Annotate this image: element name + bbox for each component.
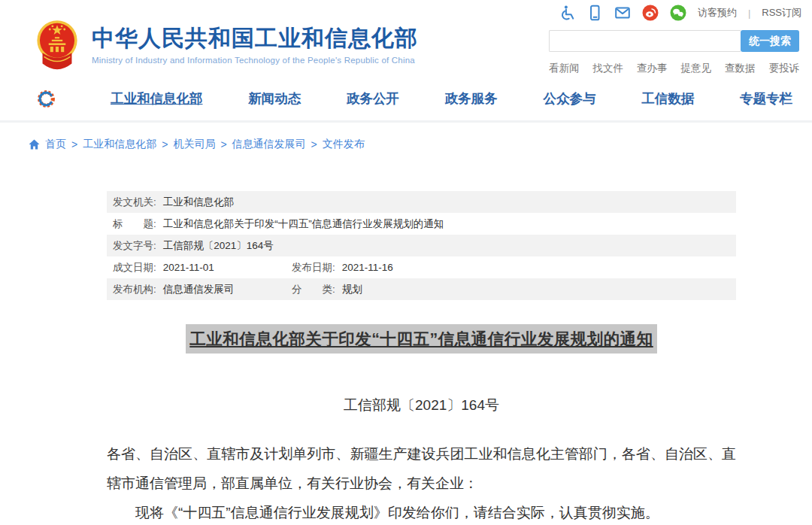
quick-link-complaints[interactable]: 要投诉 xyxy=(769,62,800,75)
meta-label: 成文日期: xyxy=(113,261,156,275)
document-meta-table: 发文机关: 工业和信息化部 标 题: 工业和信息化部关于印发“十四五”信息通信行… xyxy=(107,191,736,300)
meta-label: 发文机关: xyxy=(113,196,156,209)
home-icon xyxy=(29,139,40,150)
site-logo-block: 中华人民共和国工业和信息化部 Ministry of Industry and … xyxy=(36,15,418,78)
breadcrumb-separator: > xyxy=(311,138,317,150)
meta-row-title: 标 题: 工业和信息化部关于印发“十四五”信息通信行业发展规划的通知 xyxy=(107,213,736,235)
meta-value: 工业和信息化部 xyxy=(163,196,235,209)
weibo-icon[interactable] xyxy=(642,5,659,21)
quick-link-files[interactable]: 找文件 xyxy=(593,62,624,75)
nav-item-public-participation[interactable]: 公众参与 xyxy=(544,90,596,108)
nav-item-data[interactable]: 工信数据 xyxy=(641,90,694,108)
meta-value: 工信部规〔2021〕164号 xyxy=(163,239,274,253)
search-quick-links: 看新闻 找文件 查办事 提意见 查数据 要投诉 xyxy=(549,62,799,75)
site-header: 中华人民共和国工业和信息化部 Ministry of Industry and … xyxy=(0,0,812,123)
utility-separator: | xyxy=(748,8,750,19)
mail-icon[interactable] xyxy=(614,5,631,21)
quick-link-services[interactable]: 查办事 xyxy=(637,62,668,75)
article-paragraph: 各省、自治区、直辖市及计划单列市、新疆生产建设兵团工业和信息化主管部门，各省、自… xyxy=(107,439,736,498)
nav-item-miit[interactable]: 工业和信息化部 xyxy=(111,90,203,108)
main-nav: 工业和信息化部 新闻动态 政务公开 政务服务 公众参与 工信数据 专题专栏 xyxy=(0,81,812,116)
header-divider xyxy=(0,120,812,123)
unified-search-button[interactable]: 统一搜索 xyxy=(741,30,799,52)
wechat-icon[interactable] xyxy=(670,5,686,21)
search-input[interactable] xyxy=(549,30,741,52)
search-area: 统一搜索 看新闻 找文件 查办事 提意见 查数据 要投诉 xyxy=(549,30,799,75)
article-content: 发文机关: 工业和信息化部 标 题: 工业和信息化部关于印发“十四五”信息通信行… xyxy=(107,191,736,525)
accessibility-icon[interactable] xyxy=(559,5,575,21)
article-doc-number: 工信部规〔2021〕164号 xyxy=(107,396,736,415)
quick-link-suggestions[interactable]: 提意见 xyxy=(681,62,712,75)
article-title: 工业和信息化部关于印发“十四五”信息通信行业发展规划的通知 xyxy=(186,324,657,354)
meta-label: 发布日期: xyxy=(292,261,335,275)
site-subtitle: Ministry of Industry and Information Tec… xyxy=(92,56,418,65)
meta-value: 工业和信息化部关于印发“十四五”信息通信行业发展规划的通知 xyxy=(163,217,444,231)
meta-row-publisher-category: 发布机构: 信息通信发展司 分 类: 规划 xyxy=(107,278,736,300)
national-emblem-icon xyxy=(36,15,78,78)
article-body: 各省、自治区、直辖市及计划单列市、新疆生产建设兵团工业和信息化主管部门，各省、自… xyxy=(107,439,736,525)
breadcrumb-miit[interactable]: 工业和信息化部 xyxy=(83,138,156,151)
rss-link[interactable]: RSS订阅 xyxy=(762,6,801,20)
nav-item-gov-disclosure[interactable]: 政务公开 xyxy=(347,90,399,108)
meta-value: 信息通信发展司 xyxy=(163,283,235,296)
breadcrumb-home[interactable]: 首页 xyxy=(45,138,66,151)
breadcrumb-separator: > xyxy=(162,138,168,150)
quick-link-news[interactable]: 看新闻 xyxy=(549,62,580,75)
meta-row-issuing-authority: 发文机关: 工业和信息化部 xyxy=(107,191,736,213)
breadcrumb-separator: > xyxy=(71,138,77,150)
meta-label: 分 类: xyxy=(292,283,335,296)
utility-bar: 访客预约 | RSS订阅 xyxy=(559,5,801,21)
meta-value: 2021-11-16 xyxy=(342,262,393,273)
meta-label: 发布机构: xyxy=(113,283,156,296)
visitor-appointment-link[interactable]: 访客预约 xyxy=(698,6,737,20)
breadcrumb-document-release[interactable]: 文件发布 xyxy=(323,138,365,151)
gear-logo-icon xyxy=(36,89,56,109)
quick-link-data[interactable]: 查数据 xyxy=(725,62,756,75)
breadcrumb: 首页 > 工业和信息化部 > 机关司局 > 信息通信发展司 > 文件发布 xyxy=(0,123,812,151)
meta-row-dates: 成文日期: 2021-11-01 发布日期: 2021-11-16 xyxy=(107,256,736,278)
meta-row-doc-number: 发文字号: 工信部规〔2021〕164号 xyxy=(107,235,736,256)
meta-value: 规划 xyxy=(342,283,362,296)
breadcrumb-separator: > xyxy=(220,138,226,150)
site-title: 中华人民共和国工业和信息化部 xyxy=(92,26,418,51)
breadcrumb-info-comm-dept[interactable]: 信息通信发展司 xyxy=(232,138,306,151)
meta-label: 发文字号: xyxy=(113,239,156,253)
nav-item-special-topics[interactable]: 专题专栏 xyxy=(740,90,792,108)
nav-item-gov-services[interactable]: 政务服务 xyxy=(445,90,498,108)
article-paragraph: 现将《“十四五”信息通信行业发展规划》印发给你们，请结合实际，认真贯彻实施。 xyxy=(107,498,736,525)
meta-value: 2021-11-01 xyxy=(163,262,214,273)
mobile-icon[interactable] xyxy=(586,5,603,21)
nav-item-news[interactable]: 新闻动态 xyxy=(248,90,301,108)
meta-label: 标 题: xyxy=(113,217,156,231)
breadcrumb-departments[interactable]: 机关司局 xyxy=(173,138,215,151)
